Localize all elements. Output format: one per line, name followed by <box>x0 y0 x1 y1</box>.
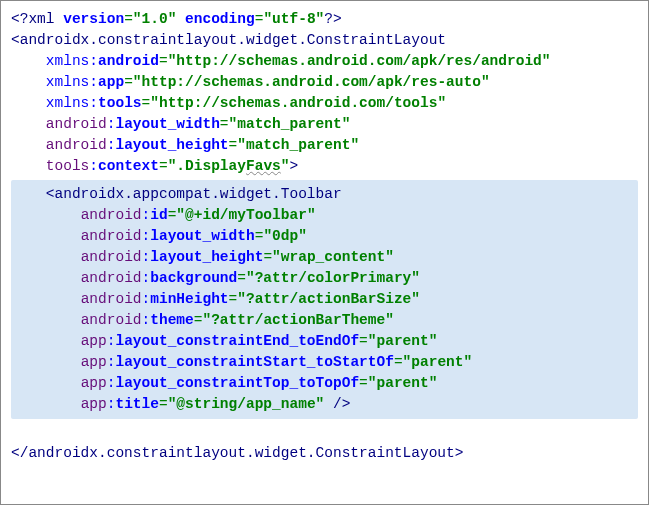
val: "http://schemas.android.com/apk/res-auto… <box>133 74 490 90</box>
ns: android <box>46 116 107 132</box>
ns: android <box>46 137 107 153</box>
val: "0dp" <box>263 228 307 244</box>
val: "http://schemas.android.com/apk/res/andr… <box>168 53 551 69</box>
attr: theme <box>150 312 194 328</box>
attr: layout_width <box>150 228 254 244</box>
indent <box>11 116 46 132</box>
val: "?attr/colorPrimary" <box>246 270 420 286</box>
attr: context <box>98 158 159 174</box>
eq: = <box>159 158 168 174</box>
indent <box>11 158 46 174</box>
attr: tools <box>98 95 142 111</box>
indent <box>11 354 81 370</box>
decl-val-encoding: "utf-8" <box>263 11 324 27</box>
val: "parent" <box>368 375 438 391</box>
eq: = <box>159 53 168 69</box>
colon: : <box>142 249 151 265</box>
ns: android <box>81 270 142 286</box>
ns: app <box>81 333 107 349</box>
ns: android <box>81 249 142 265</box>
ns: xmlns <box>46 74 90 90</box>
decl-target: xml <box>28 11 54 27</box>
eq: = <box>142 95 151 111</box>
val: ".DisplayFavs" <box>168 158 290 174</box>
val: "parent" <box>368 333 438 349</box>
val-pre: ".Display <box>168 158 246 174</box>
val: "wrap_content" <box>272 249 394 265</box>
colon: : <box>89 158 98 174</box>
attr: layout_constraintEnd_toEndOf <box>115 333 359 349</box>
colon: : <box>142 228 151 244</box>
colon: : <box>142 291 151 307</box>
colon: : <box>89 74 98 90</box>
indent <box>11 95 46 111</box>
eq: = <box>229 291 238 307</box>
ns: app <box>81 375 107 391</box>
eq: = <box>220 116 229 132</box>
attr: minHeight <box>150 291 228 307</box>
root-close-open: > <box>290 158 299 174</box>
decl-val-version: "1.0" <box>133 11 177 27</box>
indent <box>11 291 81 307</box>
attr: title <box>115 396 159 412</box>
xml-code-block: <?xml version="1.0" encoding="utf-8"?> <… <box>11 9 638 464</box>
toolbar-tag: androidx.appcompat.widget.Toolbar <box>55 186 342 202</box>
attr: id <box>150 207 167 223</box>
eq: = <box>159 396 168 412</box>
val: "http://schemas.android.com/tools" <box>150 95 446 111</box>
ns: android <box>81 312 142 328</box>
val: "@string/app_name" <box>168 396 325 412</box>
ns: android <box>81 207 142 223</box>
eq: = <box>229 137 238 153</box>
ns: android <box>81 291 142 307</box>
val: "parent" <box>403 354 473 370</box>
ns: app <box>81 354 107 370</box>
eq: = <box>359 333 368 349</box>
indent <box>11 228 81 244</box>
indent <box>11 207 81 223</box>
decl-open: <? <box>11 11 28 27</box>
root-tag: androidx.constraintlayout.widget.Constra… <box>20 32 446 48</box>
ns: android <box>81 228 142 244</box>
xml-declaration: <?xml version="1.0" encoding="utf-8"?> <box>11 11 342 27</box>
toolbar-open: < <box>46 186 55 202</box>
indent <box>11 186 46 202</box>
eq: = <box>237 270 246 286</box>
attr: background <box>150 270 237 286</box>
highlighted-toolbar-block: <androidx.appcompat.widget.Toolbar andro… <box>11 180 638 419</box>
colon: : <box>142 270 151 286</box>
attr: app <box>98 74 124 90</box>
attr: layout_constraintTop_toTopOf <box>115 375 359 391</box>
indent <box>11 270 81 286</box>
val: "match_parent" <box>229 116 351 132</box>
colon: : <box>89 95 98 111</box>
ns: xmlns <box>46 53 90 69</box>
indent <box>11 312 81 328</box>
indent <box>11 137 46 153</box>
eq: = <box>124 11 133 27</box>
indent <box>11 375 81 391</box>
colon: : <box>89 53 98 69</box>
val: "?attr/actionBarSize" <box>237 291 420 307</box>
attr: layout_height <box>150 249 263 265</box>
attr: android <box>98 53 159 69</box>
decl-close: ?> <box>324 11 341 27</box>
colon: : <box>142 312 151 328</box>
root-close-tag: </androidx.constraintlayout.widget.Const… <box>11 445 463 461</box>
val: "match_parent" <box>237 137 359 153</box>
ns: xmlns <box>46 95 90 111</box>
indent <box>11 396 81 412</box>
val-post: " <box>281 158 290 174</box>
decl-attr-version: version <box>63 11 124 27</box>
eq: = <box>394 354 403 370</box>
attr: layout_constraintStart_toStartOf <box>115 354 393 370</box>
root-open: < <box>11 32 20 48</box>
indent <box>11 74 46 90</box>
decl-attr-encoding: encoding <box>185 11 255 27</box>
ns: tools <box>46 158 90 174</box>
eq: = <box>124 74 133 90</box>
toolbar-close: /> <box>324 396 350 412</box>
eq: = <box>263 249 272 265</box>
indent <box>11 249 81 265</box>
ns: app <box>81 396 107 412</box>
